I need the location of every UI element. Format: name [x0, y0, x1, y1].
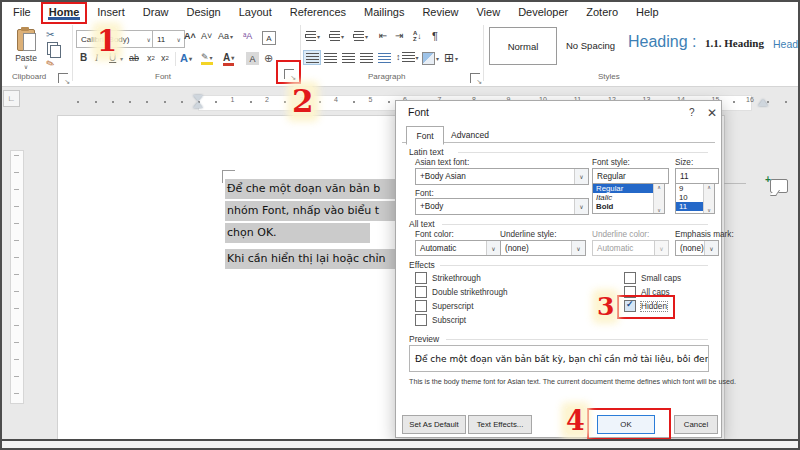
increase-indent-button[interactable]: ⇥: [395, 30, 403, 41]
style-heading[interactable]: Heading :: [628, 33, 697, 51]
align-right-button[interactable]: [340, 51, 356, 64]
doc-text-line[interactable]: chọn OK.: [225, 223, 370, 243]
phonetic-guide-button[interactable]: ᵃA: [243, 31, 252, 41]
annotation-number-3: 3: [597, 294, 614, 319]
list-item[interactable]: 11: [676, 202, 703, 211]
annotation-box-step4: [587, 408, 671, 440]
justify-button[interactable]: [358, 51, 374, 64]
style-heading-cut[interactable]: Head: [773, 38, 798, 50]
clipboard-group-label: Clipboard: [12, 72, 46, 81]
borders-button[interactable]: ⊞▾: [444, 51, 458, 65]
list-item[interactable]: 9: [676, 184, 703, 193]
character-shading-button[interactable]: A: [246, 52, 259, 65]
emphasis-mark-combo[interactable]: (none)∨: [675, 240, 719, 256]
align-left-button[interactable]: [304, 51, 320, 64]
menu-item-review[interactable]: Review: [413, 2, 467, 21]
cancel-button[interactable]: Cancel: [674, 415, 718, 434]
subscript-button[interactable]: x2: [147, 53, 155, 63]
copy-button[interactable]: [47, 42, 58, 55]
help-icon[interactable]: ?: [689, 107, 695, 118]
font-color-button[interactable]: A▾: [223, 52, 234, 66]
numbering-button[interactable]: ▾: [330, 31, 344, 41]
sort-button[interactable]: AZ ↓: [413, 30, 421, 42]
strikethrough-icon: ab: [129, 53, 139, 63]
chevron-down-icon: ∨: [654, 241, 668, 255]
checkbox[interactable]: [415, 272, 427, 284]
comment-icon[interactable]: +: [770, 179, 788, 193]
menu-item-draw[interactable]: Draw: [134, 2, 178, 21]
doc-text-line[interactable]: nhóm Font, nhấp vào biểu t: [225, 201, 407, 221]
menu-item-help[interactable]: Help: [627, 2, 668, 21]
list-item[interactable]: Regular: [593, 184, 653, 193]
change-case-button[interactable]: Aa▾: [218, 31, 233, 41]
grow-font-button[interactable]: A˄: [184, 31, 196, 41]
scrollbar[interactable]: ∧∨: [703, 184, 714, 213]
right-indent-marker[interactable]: [758, 99, 768, 106]
menu-item-developer[interactable]: Developer: [509, 2, 577, 21]
underline-style-label: Underline style:: [500, 230, 556, 239]
distributed-button[interactable]: [376, 51, 392, 64]
paste-button[interactable]: Paste ∨: [8, 27, 44, 71]
list-item[interactable]: Bold: [593, 202, 653, 211]
highlight-button[interactable]: ✎▾: [201, 52, 213, 65]
style-heading-numbered[interactable]: 1.1. Heading: [705, 37, 764, 49]
style-no-spacing[interactable]: No Spacing: [566, 40, 615, 51]
cut-button[interactable]: ✂: [46, 29, 54, 40]
set-as-default-button[interactable]: Set As Default: [402, 415, 466, 434]
show-formatting-marks-button[interactable]: ¶: [432, 30, 438, 42]
font-combo[interactable]: +Body∨: [415, 198, 589, 215]
doc-text-line[interactable]: Khi cần hiển thị lại hoặc chỉn: [225, 249, 407, 269]
line-spacing-button[interactable]: ↕▾: [396, 52, 419, 62]
enclose-characters-button[interactable]: ⊕: [264, 52, 273, 65]
align-center-icon: [324, 53, 337, 63]
text-effects-button[interactable]: A▾: [180, 52, 192, 64]
chevron-down-icon: ∨: [574, 199, 588, 214]
font-size-combo[interactable]: 11∨: [152, 30, 185, 48]
paragraph-dialog-launcher-icon[interactable]: [470, 73, 480, 83]
menu-item-view[interactable]: View: [467, 2, 509, 21]
menu-item-mailings[interactable]: Mailings: [355, 2, 413, 21]
style-normal[interactable]: Normal: [489, 27, 557, 65]
clipboard-dialog-launcher-icon[interactable]: [58, 73, 68, 83]
font-style-field[interactable]: Regular: [592, 168, 669, 184]
close-icon[interactable]: ✕: [707, 106, 717, 120]
format-painter-button[interactable]: ✎: [44, 57, 56, 70]
underline-options[interactable]: ▾: [119, 55, 123, 62]
doc-text-line[interactable]: Để che một đoạn văn bản b: [225, 179, 407, 199]
superscript-button[interactable]: x2: [161, 53, 169, 63]
font-color-combo[interactable]: Automatic∨: [415, 240, 501, 256]
menu-item-references[interactable]: References: [281, 2, 355, 21]
bold-button[interactable]: B: [80, 52, 87, 63]
tab-selector[interactable]: ∟: [3, 90, 20, 107]
character-border-button[interactable]: A: [262, 31, 276, 45]
menu-item-file[interactable]: File: [4, 2, 40, 21]
latin-text-group-label: Latin text: [409, 147, 448, 157]
hanging-indent-marker[interactable]: [193, 102, 203, 108]
menu-item-home[interactable]: Home: [40, 2, 89, 21]
align-center-button[interactable]: [322, 51, 338, 64]
tab-font[interactable]: Font: [406, 126, 444, 145]
menu-item-insert[interactable]: Insert: [88, 2, 134, 21]
checkbox[interactable]: [624, 272, 636, 284]
menu-item-zotero[interactable]: Zotero: [577, 2, 627, 21]
list-item[interactable]: Italic: [593, 193, 653, 202]
first-line-indent-marker[interactable]: [193, 95, 203, 101]
decrease-indent-button[interactable]: ⇤: [379, 30, 387, 41]
bullets-button[interactable]: ▾: [306, 31, 320, 41]
list-item[interactable]: 10: [676, 193, 703, 202]
strikethrough-button[interactable]: ab: [129, 53, 139, 63]
asian-font-combo[interactable]: +Body Asian∨: [415, 168, 589, 185]
checkbox[interactable]: [415, 300, 427, 312]
multilevel-list-button[interactable]: ▾: [354, 31, 368, 41]
menu-item-design[interactable]: Design: [177, 2, 229, 21]
shading-button[interactable]: ▾: [422, 52, 439, 65]
scrollbar[interactable]: ∧∨: [653, 184, 664, 213]
tab-advanced[interactable]: Advanced: [444, 128, 496, 142]
text-effects-dialog-button[interactable]: Text Effects...: [468, 415, 532, 434]
checkbox[interactable]: [415, 314, 427, 326]
underline-style-combo[interactable]: (none)∨: [500, 240, 586, 256]
size-field[interactable]: 11: [675, 168, 719, 184]
menu-item-layout[interactable]: Layout: [230, 2, 281, 21]
shrink-font-button[interactable]: A˅: [201, 31, 212, 41]
checkbox[interactable]: [415, 286, 427, 298]
